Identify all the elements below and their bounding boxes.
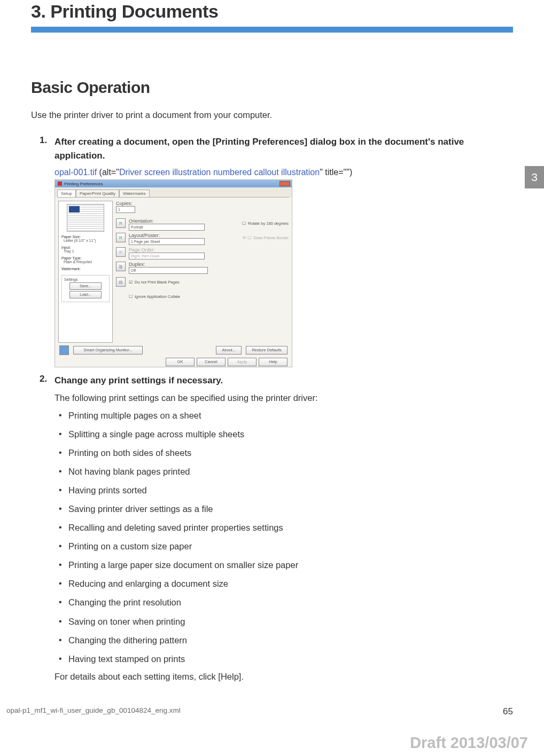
anchor-file-link[interactable]: opal-001.tif <box>55 168 97 177</box>
frame-label: Draw Frame Border <box>253 235 289 240</box>
intro-text: Use the printer driver to print a docume… <box>31 110 513 120</box>
blank-label: Do not Print Blank Pages <box>135 280 180 285</box>
chapter-title: 3. Printing Documents <box>31 1 513 22</box>
layout-dropdown[interactable]: 1 Page per Sheet <box>129 238 205 245</box>
paper-size-label: Paper Size: <box>61 235 110 239</box>
anchor-alt-link[interactable]: Driver screen illustration numbered call… <box>119 168 320 177</box>
monitor-icon <box>59 345 69 355</box>
chapter-header: 3. Printing Documents <box>31 1 513 33</box>
tab-watermarks[interactable]: Watermarks <box>119 190 150 197</box>
bullet-item: Not having blank pages printed <box>55 466 513 478</box>
bullet-item: Recalling and deleting saved printer pro… <box>55 522 513 534</box>
dialog-body: Paper Size: Letter (8 1/2" x 11") Input:… <box>55 198 292 346</box>
paper-type-value: Plain & Recycled <box>64 260 110 264</box>
rotate-checkbox[interactable]: ☐Rotate by 180 degrees <box>242 221 289 226</box>
dialog-right-panel: Copies: 1 R Orientation: Portrait ☐Rotat… <box>116 201 289 343</box>
bullet-item: Reducing and enlarging a document size <box>55 578 513 590</box>
dialog-tabs: Setup Paper/Print Quality Watermarks <box>55 187 292 197</box>
orientation-icon-button[interactable]: R <box>116 218 126 228</box>
paper-type-label: Paper Type: <box>61 256 110 260</box>
apply-button: Apply <box>228 358 257 366</box>
footer-filename: opal-p1_mf1_wi-fi_user_guide_gb_00104824… <box>6 706 181 717</box>
bullet-item: Changing the print resolution <box>55 596 513 609</box>
rotate-label: Rotate by 180 degrees <box>248 221 289 226</box>
step-sub-text: The following print settings can be spec… <box>55 393 513 403</box>
step-text: After creating a document, open the [Pri… <box>55 135 513 162</box>
step-item: 2. Change any print settings if necessar… <box>31 374 513 682</box>
bullet-item: Printing on both sides of sheets <box>55 447 513 459</box>
chapter-side-tab: 3 <box>525 166 544 188</box>
smart-organizing-monitor-button[interactable]: Smart Organizing Monitor... <box>73 346 143 355</box>
page-thumbnail <box>67 204 104 232</box>
anchor-post: " title="") <box>320 168 352 177</box>
image-anchor-line: opal-001.tif (alt="Driver screen illustr… <box>55 168 513 177</box>
copies-input[interactable]: 1 <box>116 206 135 213</box>
save-button[interactable]: Save... <box>69 282 102 290</box>
step-marker: 2. <box>40 374 47 384</box>
cancel-button[interactable]: Cancel <box>197 358 226 366</box>
bullet-item: Splitting a single page across multiple … <box>55 428 513 440</box>
orientation-label: Orientation: <box>129 218 154 224</box>
copies-label: Copies: <box>116 201 133 206</box>
close-icon[interactable] <box>279 181 290 186</box>
bullet-item: Printing on a custom size paper <box>55 540 513 553</box>
page-order-dropdown: Right, then Down <box>129 253 205 259</box>
layout-label: Layout/Poster: <box>129 233 160 238</box>
page-number: 65 <box>503 706 513 717</box>
orientation-dropdown[interactable]: Portrait <box>129 224 205 231</box>
anchor-pre: (alt=" <box>97 168 119 177</box>
bullet-item: Changing the dithering pattern <box>55 634 513 647</box>
blank-icon-button[interactable]: ▤ <box>116 277 126 287</box>
tab-paper-quality[interactable]: Paper/Print Quality <box>76 190 119 197</box>
printing-preferences-screenshot: Printing Preferences Setup Paper/Print Q… <box>55 179 292 367</box>
restore-defaults-button[interactable]: Restore Defaults <box>246 346 287 355</box>
bullet-item: Having prints sorted <box>55 484 513 497</box>
chapter-rule <box>31 27 513 33</box>
step-text: Change any print settings if necessary. <box>55 374 513 388</box>
load-button[interactable]: Load... <box>69 291 102 298</box>
input-value: Tray 1 <box>64 249 110 253</box>
dialog-left-panel: Paper Size: Letter (8 1/2" x 11") Input:… <box>58 201 113 343</box>
dialog-titlebar: Printing Preferences <box>55 180 292 187</box>
bullet-item: Printing multiple pages on a sheet <box>55 410 513 422</box>
bullet-item: Printing a large paper size document on … <box>55 559 513 571</box>
dialog-bottom: Smart Organizing Monitor... About... Res… <box>55 343 292 367</box>
frame-checkbox[interactable]: ⟳ ☐Draw Frame Border <box>243 235 289 240</box>
tab-setup[interactable]: Setup <box>57 190 76 197</box>
page-order-label: Page Order: <box>129 247 155 253</box>
collate-label: Ignore Application Collate <box>135 294 180 299</box>
collate-checkbox[interactable]: ☐Ignore Application Collate <box>129 294 289 299</box>
section-title: Basic Operation <box>31 78 513 97</box>
blank-checkbox[interactable]: ☑Do not Print Blank Pages <box>129 280 180 285</box>
ok-button[interactable]: OK <box>166 358 195 366</box>
step-marker: 1. <box>40 135 47 146</box>
draft-stamp: Draft 2013/03/07 <box>410 734 528 752</box>
dialog-title: Printing Preferences <box>58 182 103 186</box>
watermark-label: Watermark: <box>61 267 110 271</box>
bullet-item: Having text stamped on prints <box>55 653 513 665</box>
layout-icon-button[interactable]: R <box>116 233 126 242</box>
settings-bullet-list: Printing multiple pages on a sheet Split… <box>55 410 513 665</box>
settings-group: Settings Save... Load... <box>61 275 110 302</box>
page-footer: opal-p1_mf1_wi-fi_user_guide_gb_00104824… <box>0 706 544 717</box>
duplex-dropdown[interactable]: Off <box>129 267 208 274</box>
input-label: Input: <box>61 246 110 249</box>
bullet-item: Saving on toner when printing <box>55 616 513 628</box>
step-closing-text: For details about each setting items, cl… <box>55 672 513 682</box>
help-button[interactable]: Help <box>259 358 287 366</box>
about-button[interactable]: About... <box>216 346 242 355</box>
settings-label: Settings <box>64 278 107 281</box>
duplex-icon-button[interactable]: ▥ <box>116 262 126 271</box>
steps-list: 1. After creating a document, open the [… <box>31 135 513 682</box>
duplex-label: Duplex: <box>129 262 145 267</box>
page-order-icon-button: R <box>116 247 126 257</box>
step-item: 1. After creating a document, open the [… <box>31 135 513 367</box>
paper-size-value: Letter (8 1/2" x 11") <box>64 239 110 242</box>
bullet-item: Saving printer driver settings as a file <box>55 503 513 515</box>
